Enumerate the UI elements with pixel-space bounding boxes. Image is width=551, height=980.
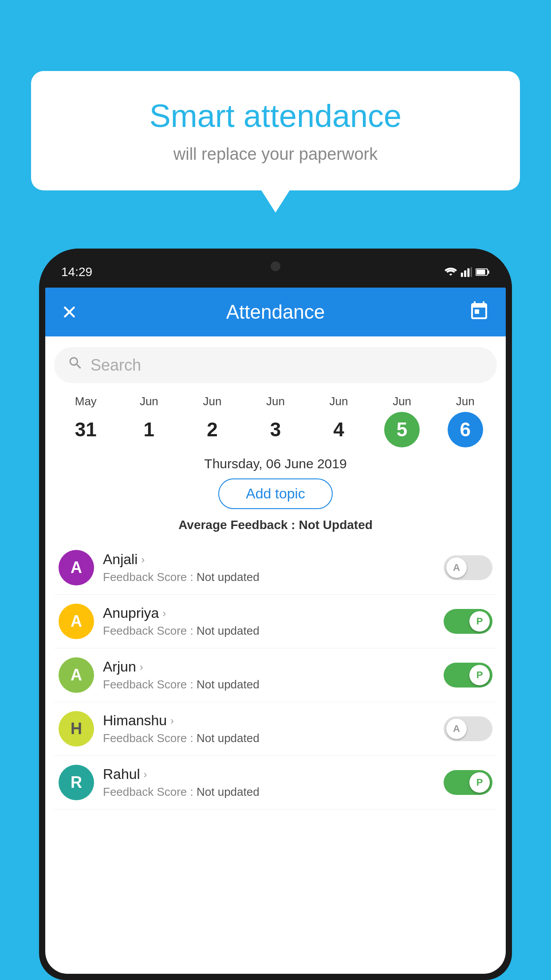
phone-notch: [262, 253, 289, 280]
svg-rect-2: [467, 268, 469, 277]
avatar: A: [59, 657, 94, 693]
avg-feedback: Average Feedback : Not Updated: [45, 518, 506, 532]
calendar-day-1[interactable]: Jun1: [131, 395, 167, 447]
chevron-icon: ›: [144, 768, 147, 781]
attendance-toggle[interactable]: P: [444, 609, 492, 634]
signal-icon: [460, 267, 472, 277]
student-name[interactable]: Anupriya ›: [103, 605, 435, 621]
student-name[interactable]: Anjali ›: [103, 551, 435, 568]
status-time: 14:29: [61, 265, 92, 279]
attendance-toggle[interactable]: P: [444, 663, 492, 688]
feedback-score: Feedback Score : Not updated: [103, 570, 435, 584]
bubble-title: Smart attendance: [58, 98, 493, 134]
phone-notch-area: 14:29: [39, 249, 512, 288]
calendar-day-5[interactable]: Jun5: [384, 395, 420, 447]
calendar-day-31[interactable]: May31: [68, 395, 103, 447]
app-header: ✕ Attendance: [45, 288, 506, 336]
student-list: AAnjali ›Feedback Score : Not updatedAAA…: [45, 541, 506, 810]
svg-rect-0: [461, 273, 463, 277]
avg-feedback-value: Not Updated: [299, 518, 372, 532]
avatar: A: [59, 604, 94, 639]
avg-feedback-label: Average Feedback :: [178, 518, 295, 532]
header-title: Attendance: [226, 301, 325, 323]
feedback-score: Feedback Score : Not updated: [103, 678, 435, 692]
bubble-subtitle: will replace your paperwork: [58, 145, 493, 164]
svg-rect-1: [464, 270, 466, 277]
chevron-icon: ›: [141, 553, 145, 566]
svg-rect-3: [471, 267, 472, 277]
svg-rect-6: [488, 270, 489, 273]
student-item: HHimanshu ›Feedback Score : Not updatedA: [54, 702, 497, 756]
attendance-toggle[interactable]: A: [444, 716, 492, 741]
feedback-score: Feedback Score : Not updated: [103, 785, 435, 799]
avatar: H: [59, 711, 94, 747]
attendance-toggle[interactable]: P: [444, 770, 492, 795]
feedback-score: Feedback Score : Not updated: [103, 624, 435, 638]
student-item: AAnupriya ›Feedback Score : Not updatedP: [54, 595, 497, 648]
battery-icon: [476, 268, 490, 277]
speech-bubble-container: Smart attendance will replace your paper…: [31, 71, 520, 190]
wifi-icon: [445, 267, 457, 277]
svg-rect-5: [476, 269, 485, 274]
calendar-icon[interactable]: [468, 300, 490, 324]
student-item: AAnjali ›Feedback Score : Not updatedA: [54, 541, 497, 595]
calendar-day-4[interactable]: Jun4: [321, 395, 357, 447]
selected-date: Thursday, 06 June 2019: [45, 456, 506, 471]
search-bar[interactable]: Search: [54, 347, 497, 383]
status-icons: [445, 267, 490, 277]
student-name[interactable]: Himanshu ›: [103, 712, 435, 729]
attendance-toggle[interactable]: A: [444, 555, 492, 580]
avatar: A: [59, 550, 94, 585]
add-topic-button[interactable]: Add topic: [218, 478, 332, 509]
speech-bubble: Smart attendance will replace your paper…: [31, 71, 520, 190]
phone-screen: ✕ Attendance Search May31Jun1Jun2Jun3Jun…: [45, 288, 506, 974]
chevron-icon: ›: [162, 607, 166, 620]
avatar: R: [59, 765, 94, 800]
calendar-day-6[interactable]: Jun6: [448, 395, 483, 447]
chevron-icon: ›: [140, 661, 143, 673]
feedback-score: Feedback Score : Not updated: [103, 731, 435, 745]
student-item: RRahul ›Feedback Score : Not updatedP: [54, 756, 497, 810]
camera-dot: [271, 261, 280, 271]
calendar-row: May31Jun1Jun2Jun3Jun4Jun5Jun6: [45, 390, 506, 447]
chevron-icon: ›: [170, 715, 174, 727]
search-input-label: Search: [91, 356, 141, 375]
close-button[interactable]: ✕: [61, 301, 78, 324]
search-icon: [67, 355, 83, 375]
student-item: AArjun ›Feedback Score : Not updatedP: [54, 648, 497, 702]
student-name[interactable]: Rahul ›: [103, 766, 435, 782]
phone-frame: 14:29 ✕: [39, 249, 512, 980]
calendar-day-2[interactable]: Jun2: [194, 395, 230, 447]
student-name[interactable]: Arjun ›: [103, 659, 435, 675]
calendar-day-3[interactable]: Jun3: [258, 395, 293, 447]
